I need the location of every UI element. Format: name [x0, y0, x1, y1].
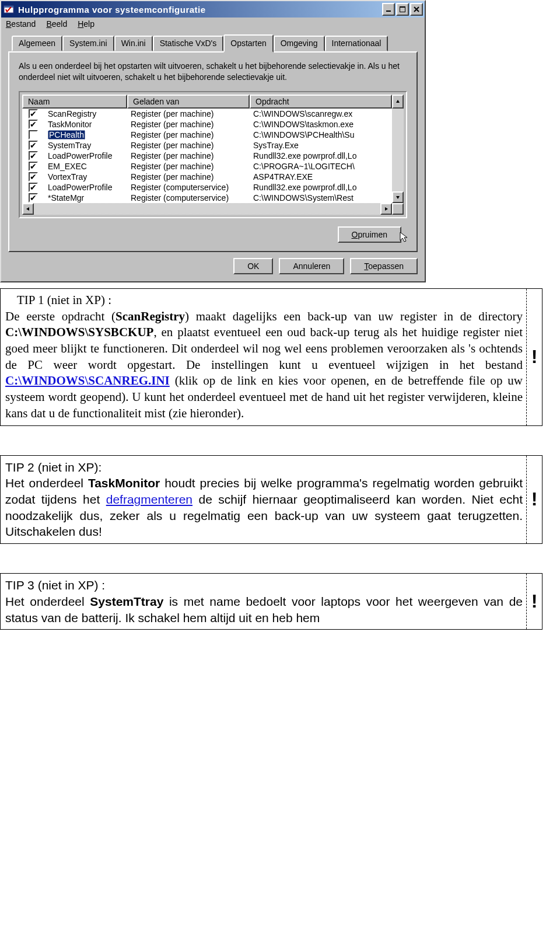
exclamation-icon: !	[527, 289, 542, 425]
tip-3-title: TIP 3 (niet in XP) :	[5, 578, 105, 592]
tab-static-vxd[interactable]: Statische VxD's	[153, 36, 224, 51]
defragmenteren-link[interactable]: defragmenteren	[106, 493, 192, 506]
tab-opstarten[interactable]: Opstarten	[223, 34, 273, 53]
maximize-button[interactable]	[396, 3, 409, 16]
minimize-button[interactable]	[382, 3, 395, 16]
scroll-right-button[interactable]	[380, 203, 392, 215]
cell-command: C:\WINDOWS\scanregw.ex	[250, 109, 392, 118]
cancel-button[interactable]: Annuleren	[279, 258, 344, 274]
tab-omgeving[interactable]: Omgeving	[274, 36, 325, 51]
tip-2-text: Het onderdeel TaskMonitor houdt precies …	[5, 476, 523, 538]
window-title: Hulpprogramma voor systeemconfiguratie	[18, 5, 382, 15]
menu-bar: Bestand Beeld Help	[1, 18, 425, 31]
column-opdracht[interactable]: Opdracht	[250, 95, 392, 109]
menu-help[interactable]: Help	[78, 19, 94, 29]
exclamation-icon: !	[527, 574, 542, 629]
info-text: Als u een onderdeel bij het opstarten wi…	[19, 61, 407, 83]
column-geladen-van[interactable]: Geladen van	[127, 95, 250, 109]
close-button[interactable]	[410, 3, 423, 16]
cell-loaded: Register (computerservice)	[127, 183, 250, 192]
cell-name: ScanRegistry	[44, 109, 127, 118]
title-bar[interactable]: Hulpprogramma voor systeemconfiguratie	[1, 1, 425, 18]
scanreg-ini-link[interactable]: C:\WINDOWS\SCANREG.INI	[5, 374, 170, 388]
cell-name: LoadPowerProfile	[44, 151, 127, 160]
cell-loaded: Register (per machine)	[127, 172, 250, 181]
scroll-down-button[interactable]	[392, 191, 404, 203]
scroll-left-button[interactable]	[22, 203, 34, 215]
checkbox[interactable]: ✔	[29, 151, 38, 160]
cell-command: Rundll32.exe powrprof.dll,Lo	[250, 151, 392, 160]
cell-command: C:\PROGRA~1\LOGITECH\	[250, 162, 392, 171]
tip-3-text: Het onderdeel SystemTtray is met name be…	[5, 595, 523, 624]
table-row[interactable]: ✔LoadPowerProfileRegister (computerservi…	[22, 182, 392, 193]
cell-loaded: Register (per machine)	[127, 120, 250, 129]
tip-2-body: TIP 2 (niet in XP): Het onderdeel TaskMo…	[1, 456, 527, 544]
table-row[interactable]: ✔LoadPowerProfileRegister (per machine)R…	[22, 151, 392, 161]
cell-loaded: Register (per machine)	[127, 141, 250, 150]
cell-command: C:\WINDOWS\PCHealth\Su	[250, 130, 392, 139]
column-naam[interactable]: Naam	[22, 95, 127, 109]
table-row[interactable]: PCHealthRegister (per machine)C:\WINDOWS…	[22, 130, 392, 140]
tab-row: Algemeen System.ini Win.ini Statische Vx…	[8, 36, 418, 51]
exclamation-icon: !	[527, 456, 542, 544]
table-row[interactable]: ✔*StateMgrRegister (computerservice)C:\W…	[22, 193, 392, 203]
cell-name: SystemTray	[44, 141, 127, 150]
table-row[interactable]: ✔EM_EXECRegister (per machine)C:\PROGRA~…	[22, 161, 392, 172]
checkbox[interactable]: ✔	[29, 193, 38, 203]
cell-command: Rundll32.exe powrprof.dll,Lo	[250, 183, 392, 192]
cell-loaded: Register (per machine)	[127, 151, 250, 160]
cell-name: LoadPowerProfile	[44, 183, 127, 192]
scroll-up-button[interactable]	[392, 95, 404, 109]
svg-rect-1	[4, 6, 13, 8]
menu-beeld[interactable]: Beeld	[46, 19, 67, 29]
cell-loaded: Register (per machine)	[127, 109, 250, 118]
tab-internationaal[interactable]: Internationaal	[325, 36, 388, 51]
vertical-scrollbar[interactable]	[392, 109, 404, 203]
tip-1-body: TIP 1 (niet in XP) : De eerste opdracht …	[1, 289, 527, 425]
cell-name: *StateMgr	[44, 193, 127, 203]
cell-name: TaskMonitor	[44, 120, 127, 129]
svg-rect-4	[400, 6, 405, 8]
tip-1-title: TIP 1 (niet in XP) :	[5, 293, 111, 307]
app-icon	[3, 4, 15, 15]
tip-2-box: TIP 2 (niet in XP): Het onderdeel TaskMo…	[0, 455, 542, 544]
tip-1-text: De eerste opdracht (ScanRegistry) maakt …	[5, 309, 523, 420]
checkbox[interactable]: ✔	[29, 162, 38, 171]
cell-command: C:\WINDOWS\System\Rest	[250, 193, 392, 203]
cell-loaded: Register (per machine)	[127, 162, 250, 171]
checkbox[interactable]	[29, 130, 38, 139]
cell-loaded: Register (computerservice)	[127, 193, 250, 203]
tip-3-body: TIP 3 (niet in XP) : Het onderdeel Syste…	[1, 574, 527, 629]
apply-button[interactable]: Toepassen	[350, 258, 418, 274]
table-row[interactable]: ✔TaskMonitorRegister (per machine)C:\WIN…	[22, 119, 392, 130]
menu-bestand[interactable]: Bestand	[6, 19, 36, 29]
cell-command: ASP4TRAY.EXE	[250, 172, 392, 181]
startup-list[interactable]: ✔ScanRegistryRegister (per machine)C:\WI…	[22, 109, 392, 203]
cell-command: SysTray.Exe	[250, 141, 392, 150]
cell-name: PCHealth	[44, 130, 127, 139]
cell-command: C:\WINDOWS\taskmon.exe	[250, 120, 392, 129]
tab-panel: Als u een onderdeel bij het opstarten wi…	[8, 51, 418, 252]
checkbox[interactable]: ✔	[29, 172, 38, 181]
startup-list-group: Naam Geladen van Opdracht ✔ScanRegistryR…	[19, 91, 407, 218]
table-row[interactable]: ✔ScanRegistryRegister (per machine)C:\WI…	[22, 109, 392, 119]
svg-rect-2	[386, 11, 391, 12]
ok-button[interactable]: OK	[233, 258, 273, 274]
cell-loaded: Register (per machine)	[127, 130, 250, 139]
table-row[interactable]: ✔SystemTrayRegister (per machine)SysTray…	[22, 140, 392, 151]
checkbox[interactable]: ✔	[29, 109, 38, 118]
cell-name: EM_EXEC	[44, 162, 127, 171]
tab-system-ini[interactable]: System.ini	[62, 36, 114, 51]
scroll-corner	[392, 203, 404, 215]
checkbox[interactable]: ✔	[29, 183, 38, 192]
checkbox[interactable]: ✔	[29, 141, 38, 150]
msconfig-window: Hulpprogramma voor systeemconfiguratie B…	[0, 0, 426, 282]
horizontal-scrollbar[interactable]	[22, 203, 404, 215]
tab-win-ini[interactable]: Win.ini	[114, 36, 153, 51]
list-header: Naam Geladen van Opdracht	[22, 95, 404, 109]
clean-button[interactable]: Opruimen	[338, 226, 401, 243]
tab-algemeen[interactable]: Algemeen	[12, 36, 62, 51]
tip-1-box: TIP 1 (niet in XP) : De eerste opdracht …	[0, 288, 542, 426]
table-row[interactable]: ✔VortexTrayRegister (per machine)ASP4TRA…	[22, 172, 392, 182]
checkbox[interactable]: ✔	[29, 120, 38, 129]
